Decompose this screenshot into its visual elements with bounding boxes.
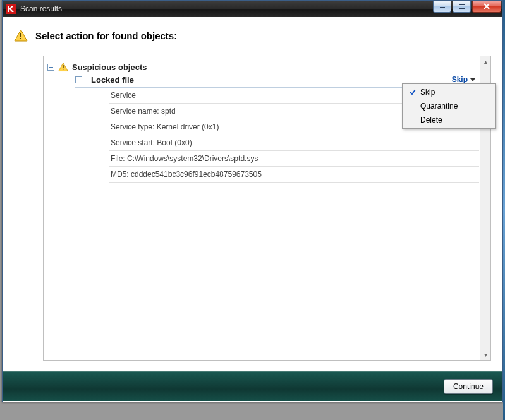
scan-results-window: Scan results Select action for found obj… [2,0,503,402]
dropdown-item-label: Skip [420,88,435,97]
category-row[interactable]: Suspicious objects [47,60,479,74]
dropdown-item-label: Delete [420,116,442,124]
kaspersky-icon [6,4,16,14]
body-area: Select action for found objects: ▴ ▾ Sus… [8,21,497,367]
titlebar: Scan results [3,1,502,17]
svg-rect-6 [63,65,63,68]
dropdown-item-quarantine[interactable]: Quarantine [404,99,494,113]
maximize-button[interactable] [453,1,471,13]
detail-row: File: C:\Windows\system32\Drivers\sptd.s… [109,151,479,167]
collapse-icon[interactable] [75,76,82,83]
dropdown-item-skip[interactable]: Skip [404,85,494,99]
action-dropdown-trigger[interactable]: Skip [452,75,475,84]
continue-button[interactable]: Continue [444,379,493,394]
scroll-up-icon[interactable]: ▴ [480,56,491,67]
scroll-down-icon[interactable]: ▾ [480,349,491,360]
window-title: Scan results [20,4,62,13]
svg-rect-1 [440,7,445,8]
minimize-button[interactable] [433,1,451,13]
checkmark-icon [405,88,420,96]
svg-rect-7 [63,69,63,69]
dropdown-item-delete[interactable]: Delete [404,113,494,127]
close-button[interactable] [472,1,501,13]
svg-rect-4 [20,33,21,37]
detail-row: MD5: cdddec541bc3c96f91ecb48759673505 [109,167,479,183]
category-label: Suspicious objects [72,63,147,72]
detail-row: Service start: Boot (0x0) [109,135,479,151]
subcategory-label: Locked file [91,75,134,85]
page-heading: Select action for found objects: [35,30,177,41]
footer-bar: Continue [3,371,502,401]
warning-icon [14,29,28,42]
collapse-icon[interactable] [47,64,54,71]
action-dropdown-menu: SkipQuarantineDelete [402,83,496,129]
chevron-down-icon [470,78,475,81]
svg-rect-5 [20,38,21,39]
warning-icon [58,62,68,72]
action-label: Skip [452,75,468,84]
svg-rect-0 [6,4,16,14]
svg-rect-3 [459,4,465,5]
dropdown-item-label: Quarantine [420,102,458,111]
